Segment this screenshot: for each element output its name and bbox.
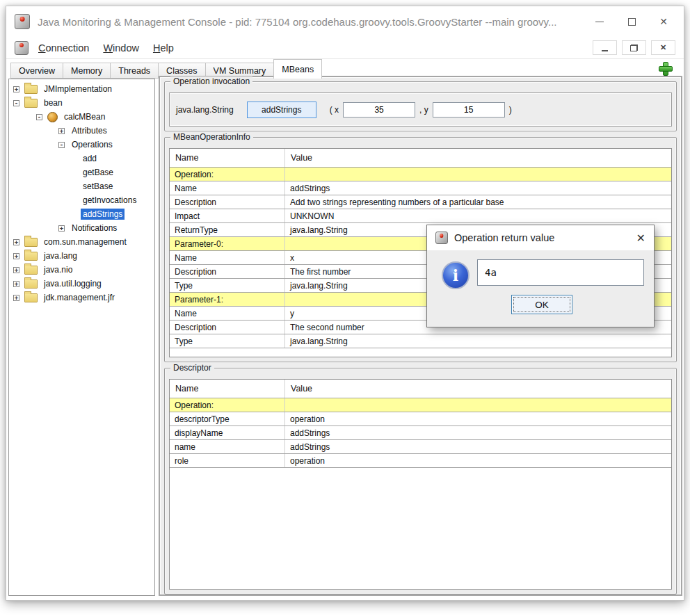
folder-icon bbox=[24, 238, 38, 247]
maximize-icon bbox=[628, 18, 636, 26]
tab-overview[interactable]: Overview bbox=[10, 63, 63, 79]
frame-minimize-button[interactable] bbox=[593, 40, 617, 55]
table-row[interactable]: Operation: bbox=[170, 168, 671, 181]
tree-item-addstrings[interactable]: addStrings bbox=[9, 207, 154, 221]
tree-item-notifications[interactable]: + Notifications bbox=[9, 221, 154, 235]
column-header-value: Value bbox=[285, 380, 671, 398]
separator-label: , y bbox=[419, 105, 428, 115]
info-icon: i bbox=[442, 261, 470, 289]
descriptor-group: Descriptor Name Value Operation: descrip… bbox=[164, 368, 677, 594]
dialog-close-icon[interactable]: ✕ bbox=[636, 232, 645, 245]
group-title: Descriptor bbox=[170, 363, 214, 373]
frame-icon bbox=[15, 41, 29, 55]
tree-item-setbase[interactable]: setBase bbox=[9, 179, 154, 193]
expand-handle-icon[interactable]: + bbox=[13, 267, 19, 273]
dialog-title-bar[interactable]: Operation return value ✕ bbox=[427, 225, 654, 250]
tree-item-jdk-management-jfr[interactable]: + jdk.management.jfr bbox=[9, 291, 154, 305]
frame-restore-button[interactable] bbox=[622, 40, 646, 55]
menu-window[interactable]: Window bbox=[103, 42, 139, 54]
connection-status-icon bbox=[659, 62, 673, 76]
collapse-handle-icon[interactable]: - bbox=[36, 114, 42, 120]
table-row[interactable]: displayName addStrings bbox=[170, 426, 671, 440]
return-type-label: java.lang.String bbox=[176, 105, 234, 115]
tree-item-operations[interactable]: - Operations bbox=[9, 138, 154, 152]
tab-threads[interactable]: Threads bbox=[110, 63, 159, 79]
collapse-handle-icon[interactable]: - bbox=[58, 142, 65, 148]
table-row[interactable]: descriptorType operation bbox=[170, 412, 671, 426]
tree-item-com-sun-management[interactable]: + com.sun.management bbox=[9, 235, 154, 249]
tree-item-bean[interactable]: - bean bbox=[9, 96, 154, 110]
tree-item-jmimplementation[interactable]: + JMImplementation bbox=[9, 82, 154, 96]
group-title: MBeanOperationInfo bbox=[170, 132, 253, 142]
expand-handle-icon[interactable]: + bbox=[58, 225, 65, 232]
expand-handle-icon[interactable]: + bbox=[13, 86, 19, 92]
close-button[interactable]: ✕ bbox=[648, 6, 680, 37]
expand-handle-icon[interactable]: + bbox=[13, 239, 19, 245]
folder-icon bbox=[24, 279, 38, 289]
close-paren-label: ) bbox=[509, 105, 512, 115]
table-row[interactable]: name addStrings bbox=[170, 440, 671, 454]
column-header-name: Name bbox=[170, 380, 285, 398]
table-row[interactable]: Impact UNKNOWN bbox=[170, 209, 671, 223]
descriptor-table: Name Value Operation: descriptorType ope… bbox=[169, 379, 672, 590]
table-header: Name Value bbox=[170, 380, 671, 398]
menu-connection[interactable]: Connection bbox=[38, 42, 89, 54]
jconsole-app-icon bbox=[15, 14, 30, 29]
column-header-value: Value bbox=[285, 149, 671, 167]
table-row[interactable]: role operation bbox=[170, 454, 671, 468]
ok-button[interactable]: OK bbox=[511, 295, 572, 314]
frame-close-icon: ✕ bbox=[660, 43, 666, 52]
maximize-button[interactable] bbox=[616, 6, 648, 37]
collapse-handle-icon[interactable]: - bbox=[13, 100, 19, 106]
tree-item-java-lang[interactable]: + java.lang bbox=[9, 249, 154, 263]
table-row[interactable]: Type java.lang.String bbox=[170, 334, 671, 348]
dialog-title: Operation return value bbox=[454, 232, 636, 243]
dialog-body: i OK bbox=[427, 250, 654, 327]
frame-restore-icon bbox=[630, 44, 638, 51]
expand-handle-icon[interactable]: + bbox=[13, 253, 19, 259]
addstrings-invoke-button[interactable]: addStrings bbox=[247, 102, 316, 118]
tree-item-add[interactable]: add bbox=[9, 152, 154, 165]
dialog-app-icon bbox=[435, 232, 448, 244]
minimize-icon bbox=[595, 22, 604, 22]
operation-invocation-box: java.lang.String addStrings ( x , y ) bbox=[169, 92, 672, 127]
window-title: Java Monitoring & Management Console - p… bbox=[38, 16, 584, 28]
folder-icon bbox=[24, 252, 38, 261]
title-bar[interactable]: Java Monitoring & Management Console - p… bbox=[6, 6, 684, 37]
tree-item-calcmbean[interactable]: - calcMBean bbox=[9, 110, 154, 124]
mbean-tree: + JMImplementation - bean - calcMBean + … bbox=[8, 79, 155, 596]
table-row[interactable]: Operation: bbox=[170, 398, 671, 412]
tree-item-java-nio[interactable]: + java.nio bbox=[9, 263, 154, 277]
return-value-field[interactable] bbox=[477, 259, 644, 286]
tab-memory[interactable]: Memory bbox=[63, 63, 111, 79]
expand-handle-icon[interactable]: + bbox=[13, 281, 19, 287]
folder-icon bbox=[24, 99, 38, 108]
main-window: Java Monitoring & Management Console - p… bbox=[6, 6, 684, 601]
menu-bar: Connection Window Help ✕ bbox=[6, 37, 684, 59]
folder-icon bbox=[24, 266, 38, 275]
column-header-name: Name bbox=[170, 149, 285, 167]
param-x-input[interactable] bbox=[343, 102, 415, 117]
frame-minimize-icon bbox=[602, 50, 608, 51]
minimize-button[interactable] bbox=[584, 6, 616, 37]
menus: Connection Window Help bbox=[38, 42, 588, 54]
table-row[interactable]: Name addStrings bbox=[170, 181, 671, 195]
connection-status-icon-bar bbox=[659, 66, 673, 72]
group-title: Operation invocation bbox=[170, 76, 252, 86]
folder-icon bbox=[24, 293, 38, 302]
expand-handle-icon[interactable]: + bbox=[13, 295, 19, 301]
close-icon: ✕ bbox=[659, 16, 668, 27]
tree-item-getinvocations[interactable]: getInvocations bbox=[9, 193, 154, 207]
tree-item-getbase[interactable]: getBase bbox=[9, 165, 154, 179]
table-row[interactable]: Description Add two strings representing… bbox=[170, 195, 671, 209]
param-y-input[interactable] bbox=[433, 102, 505, 117]
operation-invocation-group: Operation invocation java.lang.String ad… bbox=[164, 81, 677, 131]
tree-item-java-util-logging[interactable]: + java.util.logging bbox=[9, 277, 154, 291]
tree-item-attributes[interactable]: + Attributes bbox=[9, 124, 154, 138]
expand-handle-icon[interactable]: + bbox=[58, 128, 65, 134]
window-controls: ✕ bbox=[584, 6, 680, 37]
menu-help[interactable]: Help bbox=[153, 42, 174, 54]
frame-close-button[interactable]: ✕ bbox=[651, 40, 675, 55]
folder-icon bbox=[24, 85, 38, 94]
tab-mbeans[interactable]: MBeans bbox=[273, 59, 322, 79]
